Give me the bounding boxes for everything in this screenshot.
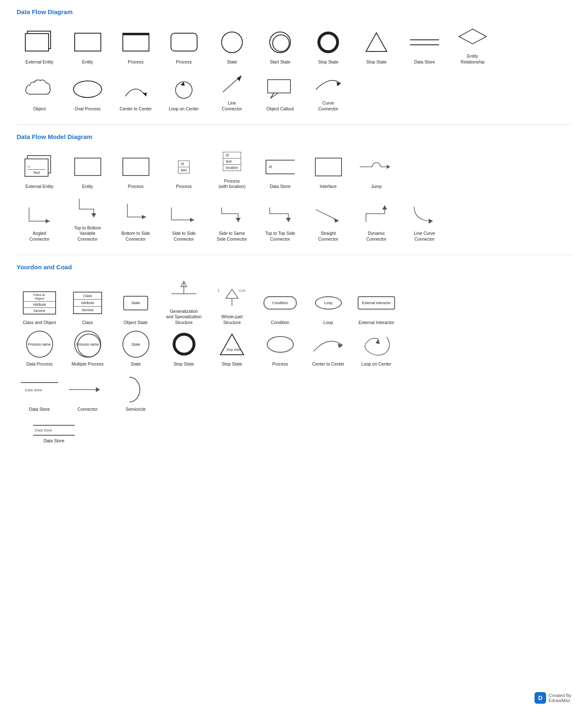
svg-line-8 [271,93,278,98]
dfd-entity-rel-label: EntityRelationship [461,54,485,65]
yourdon-row1: Class-&-Object Attribute Service Class a… [17,277,571,326]
dfd-data-store-label: Data Store [414,59,435,65]
dfd-curve-conn-icon [312,73,345,94]
yourdon-semicircle-icon [123,375,148,404]
dfdm-linecurve-label: Line CurveConnector [414,231,435,242]
dfdm-sideside-label: Side to SideConnector [172,231,196,242]
dfdm-linecurve-icon [408,200,441,227]
dfd-external-entity: External Entity [17,28,62,65]
yourdon-row2: Process name Data Process Process name M… [17,330,571,367]
svg-marker-22 [429,219,433,224]
dfd-process-label: Process [128,59,144,65]
svg-marker-13 [46,219,50,223]
dfd-triangle-icon [365,31,388,54]
svg-marker-27 [226,289,238,298]
svg-marker-14 [91,213,96,217]
yourdon-condition-label: Condition [271,320,289,326]
footer-text: Created By EdrawMax [549,693,571,703]
dfd-process: Process [113,28,159,65]
yourdon-stop-state1: Stop State [161,330,207,367]
svg-marker-18 [286,218,291,222]
dfdm-top-bottom-var: Top to BottomVariableConnector [65,194,110,242]
svg-text:1: 1 [217,288,220,293]
dfdm-dynamic-label: DynamicConnector [366,231,386,242]
dfdm-toptop-label: Top to Top SideConnector [265,231,295,242]
yourdon-ds-item: Data store Data Store [33,425,75,443]
dfdm-sidesame-label: Side to SameSide Connector [217,231,247,242]
yourdon-multiple-process-label: Multiple Process [71,361,103,367]
dfd-loop-icon [171,78,198,100]
divider2 [17,255,571,255]
dfd-row1: External Entity Entity Process Process [17,22,571,65]
yourdon-data-process-label: Data Process [26,361,52,367]
yourdon-c2c-label: Center to Center [312,361,344,367]
dfdm-topbottom-icon [71,195,104,222]
yourdon-genspec-icon [165,279,203,304]
yourdon-loopcenter-label: Loop on Center [361,361,391,367]
yourdon-stop-state1-label: Stop State [173,361,194,367]
edrawmax-icon: D [534,692,546,704]
svg-marker-5 [237,76,242,81]
dfdm-top-top: Top to Top SideConnector [257,199,303,242]
dfdm-straight-icon [312,203,345,224]
dfdm-jump-label: Jump [371,184,382,190]
footer: D Created By EdrawMax [534,692,571,704]
dfdm-row1: id . Text External Entity Entity Process [17,147,571,190]
yourdon-connector-label: Connector [78,407,98,412]
dfdm-bottom-side: Bottom to SideConnector [113,199,159,242]
dfdm-dynamic-conn: DynamicConnector [354,199,399,242]
dfd-c2c-label: Center to Center [120,106,152,112]
yourdon-section: Yourdon and Coad Class-&-Object Attribut… [17,263,571,412]
dfd-object: Object [17,75,62,112]
yourdon-class-obj-label: Class and Object [23,320,56,326]
svg-line-19 [316,210,339,221]
svg-rect-6 [268,80,290,93]
svg-marker-0 [366,33,387,51]
dfdm-bottomside-label: Bottom to SideConnector [122,231,150,242]
yourdon-loopcenter-icon [360,331,393,358]
yourdon-stop-state2-label: Stop State [222,361,242,367]
dfd-entity-label: Entity [82,59,93,65]
dfdm-dynamic-icon [360,201,393,226]
dfdm-interface: Interface [305,152,351,190]
yourdon-class: Class Attribute Service Class [65,288,110,326]
dfdm-side-side: Side to SideConnector [161,199,207,242]
dfdm-process-label: Process [128,184,144,190]
dfdm-entity-label: Entity [82,184,93,190]
dfd-stop-state1: Stop State [305,28,351,65]
dfdm-ext-entity-label: External Entity [25,184,54,190]
dfdm-jump: Jump [354,152,399,190]
yourdon-process-label: Process [272,361,288,367]
dfdm-data-store-label: Data Store [270,184,290,190]
svg-text:1,m: 1,m [239,288,245,293]
dfdm-section: Data Flow Model Diagram id . Text Extern… [17,133,571,242]
dfd-process2: Process [161,28,207,65]
svg-marker-12 [387,165,390,169]
svg-marker-33 [376,339,380,344]
dfdm-title: Data Flow Model Diagram [17,133,571,140]
dfd-process2-label: Process [176,59,192,65]
dfdm-sidesame-icon [215,201,249,226]
divider1 [17,124,571,125]
yourdon-condition: Condition Condition [257,288,303,326]
dfdm-toptop-icon [264,201,297,226]
dfd-start-state: Start State [257,28,303,65]
yourdon-title: Yourdon and Coad [17,263,571,271]
yourdon-obj-state-label: Object State [124,320,148,326]
dfdm-external-entity: id . Text External Entity [17,152,62,190]
dfdm-row2: AngledConnector Top to BottomVariableCon… [17,194,571,242]
dfdm-entity: Entity [65,152,110,190]
yourdon-connector-icon [67,381,108,398]
yourdon-loop-center: Loop on Center [354,330,399,367]
dfdm-angled-icon [23,201,56,226]
dfd-center-to-center: Center to Center [113,75,159,112]
dfdm-process2: id text Process [161,152,207,190]
svg-marker-15 [142,215,146,219]
yourdon-whole-part: 1 1,m Whole-partStructure [209,283,255,325]
dfd-entity-rel: EntityRelationship [450,22,495,65]
dfdm-process-location: id text location Process(with location) [209,147,255,190]
svg-marker-17 [236,218,241,222]
dfd-title: Data Flow Diagram [17,8,571,15]
dfd-state-label: State [227,59,237,65]
yourdon-loop-label: Loop [323,320,333,326]
